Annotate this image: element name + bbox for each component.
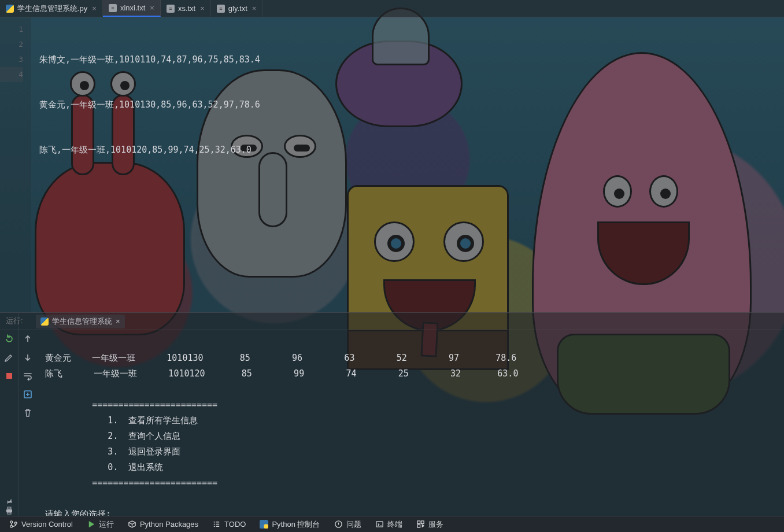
svg-rect-13 — [421, 521, 424, 524]
version-control-button[interactable]: Version Control — [3, 516, 79, 532]
console-line: 2. 查询个人信息 — [45, 431, 181, 441]
code-line: 黄金元,一年级一班,1010130,85,96,63,52,97,78.6 — [39, 97, 784, 112]
package-icon — [128, 520, 136, 529]
problems-button[interactable]: 问题 — [328, 516, 367, 532]
tab-file-0[interactable]: 学生信息管理系统.py × — [0, 0, 103, 17]
console-line: 陈飞 一年级一班 1010120 85 99 74 25 32 63.0 — [45, 368, 518, 379]
terminal-icon — [375, 520, 384, 529]
svg-point-6 — [10, 525, 13, 527]
branch-icon — [9, 520, 18, 529]
status-label: 服务 — [428, 519, 443, 530]
status-label: 终端 — [387, 519, 402, 530]
console-line: 0. 退出系统 — [45, 462, 164, 472]
editor-area[interactable]: 1 2 3 4 朱博文,一年级一班,1010110,74,87,96,75,85… — [0, 17, 784, 312]
settings-icon[interactable] — [4, 352, 14, 363]
play-icon — [87, 520, 95, 529]
text-file-icon — [217, 5, 225, 13]
console-line: 1. 查看所有学生信息 — [45, 415, 198, 426]
line-number: 4 — [0, 67, 23, 82]
code-line: 陈飞,一年级一班,1010120,85,99,74,25,32,63.0 — [39, 142, 784, 157]
todo-button[interactable]: TODO — [206, 516, 252, 532]
console-line: ======================== — [45, 400, 217, 410]
services-button[interactable]: 服务 — [411, 516, 449, 532]
close-icon[interactable]: × — [116, 317, 120, 326]
tab-file-1[interactable]: xinxi.txt × — [103, 0, 161, 17]
console-line: 3. 退回登录界面 — [45, 446, 181, 457]
line-gutter: 1 2 3 4 — [0, 17, 31, 312]
stop-icon[interactable] — [4, 371, 14, 381]
list-icon — [212, 520, 221, 529]
status-label: Python 控制台 — [272, 519, 320, 530]
close-icon[interactable]: × — [199, 4, 206, 13]
tab-file-2[interactable]: xs.txt × — [161, 0, 211, 17]
line-number: 1 — [0, 22, 23, 37]
run-button[interactable]: 运行 — [81, 516, 120, 532]
text-file-icon — [109, 4, 117, 12]
console-line: 黄金元 一年级一班 1010130 85 96 63 52 97 78.6 — [45, 353, 516, 363]
svg-rect-3 — [8, 512, 11, 514]
svg-rect-9 — [264, 524, 269, 529]
status-label: 运行 — [99, 519, 114, 530]
svg-rect-12 — [417, 521, 420, 524]
python-file-icon — [6, 5, 14, 13]
console-line: 请输入您的选择: — [45, 509, 111, 516]
console-output[interactable]: 黄金元 一年级一班 1010130 85 96 63 52 97 78.6 陈飞… — [37, 313, 784, 516]
svg-point-7 — [14, 522, 17, 524]
svg-rect-11 — [376, 522, 382, 527]
svg-rect-0 — [6, 373, 12, 379]
close-icon[interactable]: × — [91, 4, 98, 13]
python-console-button[interactable]: Python 控制台 — [254, 516, 326, 532]
close-icon[interactable]: × — [251, 4, 258, 13]
python-file-icon — [40, 317, 49, 326]
tab-label: xinxi.txt — [120, 3, 145, 12]
run-config-tab[interactable]: 学生信息管理系统 × — [36, 315, 125, 328]
line-number: 3 — [0, 52, 23, 67]
soft-wrap-icon[interactable] — [23, 371, 33, 381]
svg-rect-14 — [417, 524, 420, 527]
run-toolwindow: 学生信息管理系统 × 黄金元 一年级一班 1010130 85 96 63 52… — [0, 312, 784, 516]
status-label: Python Packages — [140, 520, 198, 529]
run-toolbar-col1 — [0, 313, 19, 516]
warning-icon — [334, 520, 343, 529]
svg-point-5 — [10, 521, 13, 523]
terminal-button[interactable]: 终端 — [369, 516, 408, 532]
close-icon[interactable]: × — [149, 3, 156, 12]
run-config-label: 学生信息管理系统 — [52, 316, 112, 327]
python-icon — [260, 520, 268, 529]
status-label: Version Control — [21, 520, 73, 529]
status-label: 问题 — [346, 519, 361, 530]
python-packages-button[interactable]: Python Packages — [122, 516, 204, 532]
status-bar: Version Control 运行 Python Packages TODO … — [0, 516, 784, 532]
code-line: 朱博文,一年级一班,1010110,74,87,96,75,85,83.4 — [39, 52, 784, 67]
console-line: ======================== — [45, 478, 217, 488]
status-label: TODO — [224, 520, 246, 529]
down-icon[interactable] — [23, 352, 33, 363]
editor-tabs: 学生信息管理系统.py × xinxi.txt × xs.txt × gly.t… — [0, 0, 784, 17]
code-content[interactable]: 朱博文,一年级一班,1010110,74,87,96,75,85,83.4 黄金… — [31, 17, 784, 312]
up-icon[interactable] — [23, 334, 33, 344]
run-toolbar-col2 — [19, 313, 37, 516]
text-file-icon — [167, 5, 175, 13]
rerun-icon[interactable] — [4, 334, 14, 344]
trash-icon[interactable] — [23, 408, 33, 418]
line-number: 2 — [0, 37, 23, 52]
scroll-to-end-icon[interactable] — [23, 389, 33, 400]
tab-label: xs.txt — [178, 4, 195, 13]
services-icon — [416, 520, 425, 529]
tab-label: gly.txt — [228, 4, 247, 13]
svg-rect-1 — [6, 509, 12, 512]
pin-icon[interactable] — [5, 497, 13, 508]
tab-label: 学生信息管理系统.py — [17, 3, 87, 14]
tab-file-3[interactable]: gly.txt × — [211, 0, 263, 17]
run-header: 学生信息管理系统 × — [0, 313, 784, 330]
